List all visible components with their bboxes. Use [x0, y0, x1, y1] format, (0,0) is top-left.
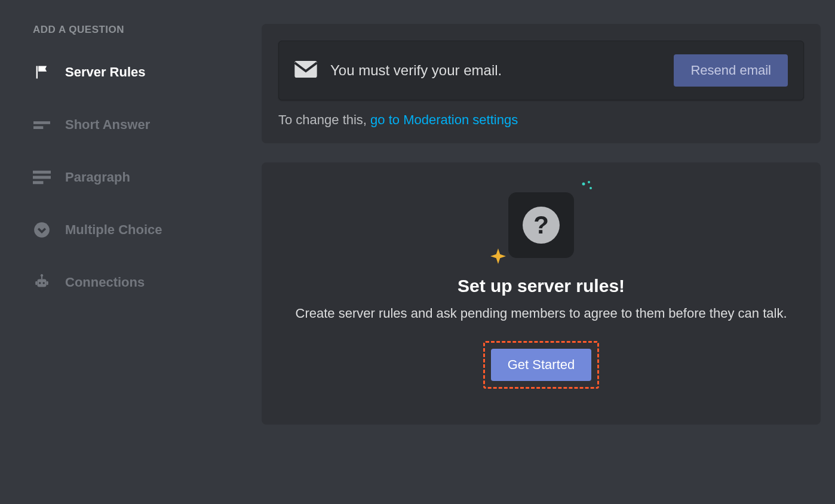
- paragraph-icon: [33, 168, 51, 186]
- sparkle-yellow-icon: [490, 248, 506, 264]
- chevron-circle-icon: [33, 221, 51, 239]
- short-text-icon: [33, 116, 51, 134]
- svg-point-14: [582, 183, 585, 186]
- get-started-button[interactable]: Get Started: [491, 349, 592, 381]
- sidebar-item-paragraph[interactable]: Paragraph: [33, 160, 239, 195]
- main-content: You must verify your email. Resend email…: [251, 0, 835, 504]
- setup-description: Create server rules and ask pending memb…: [278, 305, 804, 323]
- question-badge-wrap: ?: [508, 192, 574, 258]
- svg-point-16: [590, 187, 592, 189]
- svg-rect-2: [33, 171, 51, 174]
- svg-rect-4: [33, 181, 44, 184]
- svg-rect-12: [47, 281, 48, 285]
- flag-icon: [33, 63, 51, 81]
- moderation-settings-link[interactable]: go to Moderation settings: [370, 112, 518, 127]
- verify-card: You must verify your email. Resend email…: [262, 24, 821, 143]
- mail-icon: [294, 61, 317, 80]
- setup-card: ? Set up server rules! Create server rul…: [262, 162, 821, 425]
- sidebar-item-label: Connections: [65, 275, 145, 290]
- question-mark-icon: ?: [523, 207, 560, 244]
- sidebar-item-label: Multiple Choice: [65, 222, 162, 238]
- sidebar-item-label: Paragraph: [65, 170, 130, 185]
- svg-point-8: [43, 282, 45, 284]
- verify-banner: You must verify your email. Resend email: [278, 41, 804, 100]
- resend-email-button[interactable]: Resend email: [674, 54, 788, 87]
- svg-point-5: [34, 222, 50, 238]
- sidebar-heading: ADD A QUESTION: [33, 24, 239, 36]
- robot-icon: [33, 273, 51, 291]
- verify-message: You must verify your email.: [330, 62, 502, 79]
- svg-rect-3: [33, 176, 51, 179]
- svg-point-15: [588, 181, 590, 183]
- svg-point-7: [39, 282, 41, 284]
- setup-title: Set up server rules!: [278, 276, 804, 296]
- sidebar-item-short-answer[interactable]: Short Answer: [33, 107, 239, 142]
- svg-rect-0: [33, 121, 50, 124]
- change-prefix: To change this,: [278, 112, 370, 127]
- sidebar-item-label: Server Rules: [65, 64, 146, 80]
- svg-rect-6: [37, 279, 46, 287]
- sparkle-teal-icon: [580, 180, 594, 195]
- svg-point-10: [41, 274, 43, 276]
- sidebar-item-connections[interactable]: Connections: [33, 265, 239, 300]
- svg-rect-11: [35, 281, 37, 285]
- sidebar-item-label: Short Answer: [65, 117, 150, 133]
- svg-rect-13: [294, 61, 317, 78]
- sidebar-item-server-rules[interactable]: Server Rules: [33, 55, 239, 90]
- sidebar: ADD A QUESTION Server Rules Short Answer…: [0, 0, 251, 504]
- svg-rect-1: [33, 126, 43, 129]
- change-settings-text: To change this, go to Moderation setting…: [278, 112, 804, 128]
- question-badge: ?: [508, 192, 574, 258]
- highlight-annotation: Get Started: [483, 341, 600, 389]
- sidebar-item-multiple-choice[interactable]: Multiple Choice: [33, 213, 239, 247]
